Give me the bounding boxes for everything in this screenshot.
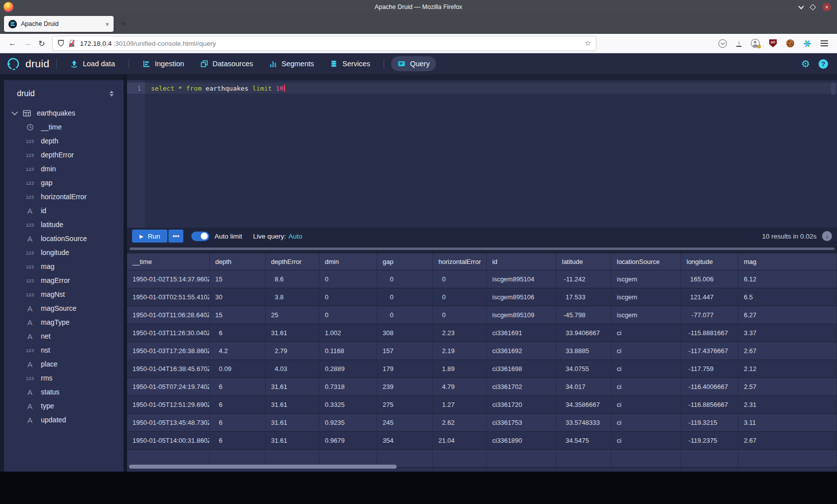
nav-item-load-data[interactable]: Load data [64, 56, 122, 71]
forward-icon[interactable]: → [23, 39, 31, 48]
ublock-extension-icon[interactable]: uO [769, 39, 777, 47]
cell-horizontalError[interactable]: 0 [433, 270, 487, 288]
cell-__time[interactable]: 1950-01-03T17:26:38.860Z [127, 342, 210, 360]
cell-longitude[interactable]: 121.447 [681, 288, 738, 306]
account-icon[interactable] [751, 39, 760, 48]
cell-mag[interactable]: 2.67 [738, 432, 837, 450]
column-header-__time[interactable]: __time [127, 253, 210, 270]
pocket-icon[interactable] [718, 39, 727, 48]
cell-mag[interactable]: 6.5 [738, 288, 837, 306]
cell-dmin[interactable]: 0.9679 [319, 432, 377, 450]
sql-query-line[interactable]: select * from earthquakes limit 10 [151, 85, 285, 92]
horizontal-scrollbar-thumb[interactable] [129, 465, 397, 469]
column-header-dmin[interactable]: dmin [319, 253, 377, 270]
cell-locationSource[interactable]: iscgem [611, 288, 681, 306]
cell-depth[interactable]: 6 [210, 396, 266, 414]
cell-latitude[interactable]: 33.8885 [557, 342, 611, 360]
cell-id[interactable]: ci3361720 [487, 396, 557, 414]
column-header-longitude[interactable]: longitude [681, 253, 738, 270]
nav-item-datasources[interactable]: Datasources [194, 56, 260, 71]
tree-column-magNst[interactable]: 123magNst [4, 287, 124, 301]
cell-depth[interactable]: 6 [210, 378, 266, 396]
cookie-extension-icon[interactable] [786, 39, 794, 47]
cell-horizontalError[interactable]: 2.23 [433, 324, 487, 342]
cell-id[interactable]: iscgem895109 [487, 306, 557, 324]
cell-depthError[interactable]: 31.61 [266, 324, 319, 342]
cell-locationSource[interactable]: ci [611, 432, 681, 450]
reload-icon[interactable]: ↻ [38, 39, 45, 48]
cell-dmin[interactable]: 0 [319, 270, 377, 288]
cell-dmin[interactable]: 1.002 [319, 324, 377, 342]
tree-column-type[interactable]: Atype [4, 399, 124, 413]
cell-depth[interactable]: 0.09 [210, 360, 266, 378]
tree-column-dmin[interactable]: 123dmin [4, 162, 124, 176]
cell-latitude[interactable]: 34.017 [557, 378, 611, 396]
column-header-latitude[interactable]: latitude [557, 253, 611, 270]
cell-__time[interactable]: 1950-01-03T11:26:30.040Z [127, 324, 210, 342]
cell-depthError[interactable]: 31.61 [266, 378, 319, 396]
tree-column-latitude[interactable]: 123latitude [4, 218, 124, 232]
cell-mag[interactable]: 2.67 [738, 342, 837, 360]
column-header-mag[interactable]: mag [738, 253, 837, 270]
cell-id[interactable]: iscgem895104 [487, 270, 557, 288]
sidebar-resize-handle[interactable] [124, 74, 127, 472]
cell-gap[interactable]: 275 [377, 396, 433, 414]
cell-__time[interactable]: 1950-01-05T13:45:48.730Z [127, 414, 210, 432]
cell-__time[interactable]: 1950-01-04T16:38:45.670Z [127, 360, 210, 378]
cell-longitude[interactable]: -119.3215 [681, 414, 738, 432]
cell-gap[interactable]: 308 [377, 324, 433, 342]
cell-__time[interactable]: 1950-01-03T02:51:55.410Z [127, 288, 210, 306]
cell-longitude[interactable]: -116.8856667 [681, 396, 738, 414]
cell-latitude[interactable]: 17.533 [557, 288, 611, 306]
nav-item-ingestion[interactable]: Ingestion [136, 56, 191, 71]
window-minimize-icon[interactable] [798, 3, 804, 9]
cell-gap[interactable]: 0 [377, 288, 433, 306]
nav-item-services[interactable]: Services [323, 56, 377, 71]
cell-mag[interactable]: 3.37 [738, 324, 837, 342]
cell-locationSource[interactable]: ci [611, 360, 681, 378]
cell-mag[interactable]: 2.12 [738, 360, 837, 378]
tree-column-__time[interactable]: __time [4, 120, 124, 134]
column-header-id[interactable]: id [487, 253, 557, 270]
cell-locationSource[interactable]: ci [611, 324, 681, 342]
tree-column-horizontalError[interactable]: 123horizontalError [4, 190, 124, 204]
cell-depthError[interactable]: 3.8 [266, 288, 319, 306]
cell-id[interactable]: ci3361691 [487, 324, 557, 342]
cell-mag[interactable]: 3.11 [738, 414, 837, 432]
cell-dmin[interactable]: 0.3325 [319, 396, 377, 414]
nav-item-segments[interactable]: Segments [263, 56, 320, 71]
cell-depth[interactable]: 6 [210, 324, 266, 342]
tree-column-id[interactable]: Aid [4, 204, 124, 218]
cell-__time[interactable]: 1950-01-02T15:14:37.960Z [127, 270, 210, 288]
insecure-lock-icon[interactable] [68, 40, 75, 47]
cell-depth[interactable]: 6 [210, 414, 266, 432]
cell-locationSource[interactable]: ci [611, 396, 681, 414]
tree-table-earthquakes[interactable]: earthquakes [4, 106, 124, 120]
cell-horizontalError[interactable]: 0 [433, 306, 487, 324]
cell-__time[interactable]: 1950-01-05T14:00:31.860Z [127, 432, 210, 450]
cell-latitude[interactable]: 34.5475 [557, 432, 611, 450]
cell-gap[interactable]: 0 [377, 270, 433, 288]
cell-dmin[interactable]: 0.1168 [319, 342, 377, 360]
cell-locationSource[interactable]: ci [611, 378, 681, 396]
cell-depthError[interactable]: 31.61 [266, 414, 319, 432]
cell-depthError[interactable]: 25 [266, 306, 319, 324]
window-maximize-icon[interactable] [810, 4, 816, 10]
cell-depthError[interactable]: 31.61 [266, 432, 319, 450]
new-tab-button[interactable]: + [121, 18, 126, 29]
cell-horizontalError[interactable]: 2.19 [433, 342, 487, 360]
tree-column-depthError[interactable]: 123depthError [4, 148, 124, 162]
cell-__time[interactable]: 1950-01-05T07:24:19.740Z [127, 378, 210, 396]
tab-close-icon[interactable]: × [105, 20, 109, 28]
cell-depth[interactable]: 15 [210, 270, 266, 288]
cell-latitude[interactable]: 33.5748333 [557, 414, 611, 432]
cell-gap[interactable]: 239 [377, 378, 433, 396]
cell-depthError[interactable]: 8.6 [266, 270, 319, 288]
cell-latitude[interactable]: 34.3586667 [557, 396, 611, 414]
nav-item-query[interactable]: Query [391, 56, 436, 71]
cell-dmin[interactable]: 0 [319, 306, 377, 324]
column-header-horizontalError[interactable]: horizontalError [433, 253, 487, 270]
cell-locationSource[interactable]: ci [611, 342, 681, 360]
cell-horizontalError[interactable]: 0 [433, 288, 487, 306]
tree-column-magError[interactable]: 123magError [4, 273, 124, 287]
